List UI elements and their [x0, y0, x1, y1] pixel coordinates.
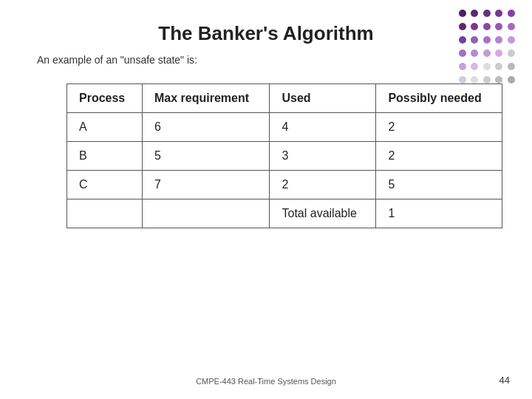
cell-empty-2 — [143, 200, 270, 228]
dot — [495, 63, 502, 70]
dot — [483, 23, 491, 30]
page-subtitle: An example of an "unsafe state" is: — [37, 54, 495, 66]
dot — [471, 63, 478, 70]
dot — [483, 76, 491, 83]
cell-empty-1 — [67, 200, 143, 228]
dot — [495, 36, 502, 44]
header-used: Used — [270, 84, 376, 113]
table-header-row: Process Max requirement Used Possibly ne… — [67, 84, 502, 113]
bankers-table: Process Max requirement Used Possibly ne… — [66, 83, 502, 228]
dot — [471, 10, 478, 17]
dots-decoration — [458, 7, 517, 81]
dot — [459, 63, 466, 70]
dot — [483, 36, 491, 44]
table-row: A 6 4 2 — [67, 113, 502, 142]
cell-used-c: 2 — [270, 171, 376, 200]
dot — [483, 10, 491, 17]
slide-container: The Banker's Algorithm An example of an … — [0, 0, 532, 399]
dot — [508, 23, 515, 30]
page-title: The Banker's Algorithm — [37, 22, 495, 45]
dot — [459, 50, 466, 57]
table-row-total: Total available 1 — [67, 200, 502, 228]
dot — [471, 50, 478, 57]
cell-max-a: 6 — [143, 113, 270, 142]
cell-process-c: C — [67, 171, 143, 200]
dot — [459, 76, 466, 83]
footer-page: 44 — [499, 375, 510, 386]
dot — [483, 63, 491, 70]
cell-process-a: A — [67, 113, 143, 142]
cell-max-b: 5 — [143, 142, 270, 171]
cell-max-c: 7 — [143, 171, 270, 200]
dot — [495, 10, 502, 17]
dot — [483, 50, 491, 57]
dot — [508, 63, 515, 70]
dot — [495, 76, 502, 83]
cell-used-b: 3 — [270, 142, 376, 171]
dot — [508, 36, 515, 44]
footer-course: CMPE-443 Real-Time Systems Design — [196, 377, 336, 386]
dot — [471, 36, 478, 44]
cell-used-a: 4 — [270, 113, 376, 142]
dot — [459, 10, 466, 17]
cell-total-value: 1 — [376, 200, 502, 228]
table-row: B 5 3 2 — [67, 142, 502, 171]
dot — [495, 50, 502, 57]
dot — [459, 36, 466, 44]
dot — [508, 50, 515, 57]
header-process: Process — [67, 84, 143, 113]
dot — [508, 10, 515, 17]
dot — [459, 23, 466, 30]
dot — [471, 23, 478, 30]
dot — [471, 76, 478, 83]
header-max-requirement: Max requirement — [143, 84, 270, 113]
dot — [508, 76, 515, 83]
cell-possibly-b: 2 — [376, 142, 502, 171]
cell-possibly-a: 2 — [376, 113, 502, 142]
dot — [495, 23, 502, 30]
table-row: C 7 2 5 — [67, 171, 502, 200]
header-possibly-needed: Possibly needed — [376, 84, 502, 113]
cell-possibly-c: 5 — [376, 171, 502, 200]
cell-total-available: Total available — [270, 200, 376, 228]
cell-process-b: B — [67, 142, 143, 171]
